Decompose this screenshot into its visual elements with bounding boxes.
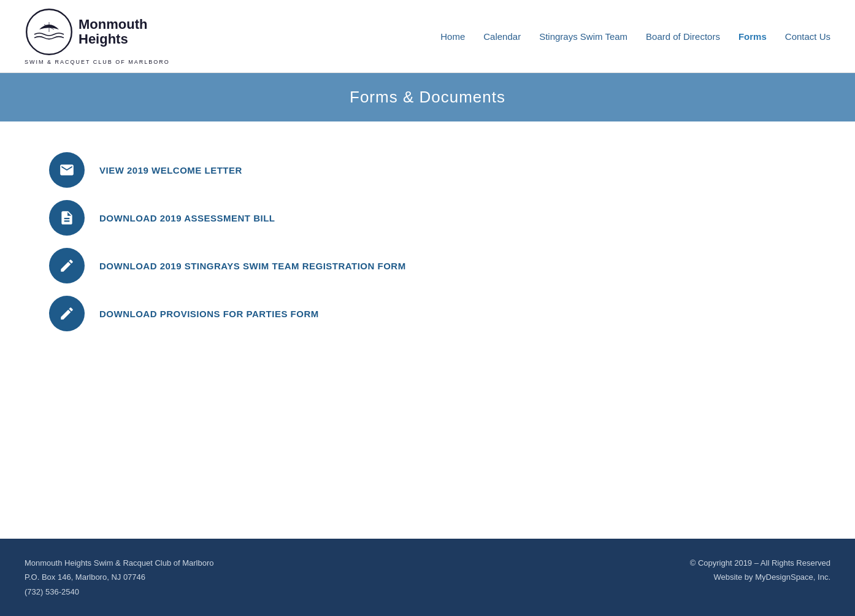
document-icon-circle [49, 200, 85, 236]
logo-club-name: MonmouthHeights [79, 17, 147, 47]
page-title: Forms & Documents [25, 88, 830, 107]
mail-icon-circle [49, 152, 85, 188]
nav-stingrays[interactable]: Stingrays Swim Team [539, 31, 627, 42]
main-content: VIEW 2019 WELCOME LETTER DOWNLOAD 2019 A… [0, 121, 855, 539]
nav-home[interactable]: Home [440, 31, 465, 42]
forms-list: VIEW 2019 WELCOME LETTER DOWNLOAD 2019 A… [49, 152, 806, 331]
logo-text: MonmouthHeights [79, 17, 147, 47]
footer-right: © Copyright 2019 – All Rights Reserved W… [690, 556, 830, 585]
logo-tagline: SWIM & RACQUET CLUB OF MARLBORO [25, 59, 170, 65]
footer-copyright: © Copyright 2019 – All Rights Reserved [690, 556, 830, 570]
parties-form-link[interactable]: DOWNLOAD PROVISIONS FOR PARTIES FORM [99, 309, 319, 319]
logo-area: MonmouthHeights SWIM & RACQUET CLUB OF M… [25, 7, 170, 65]
form-item-welcome: VIEW 2019 WELCOME LETTER [49, 152, 806, 188]
site-footer: Monmouth Heights Swim & Racquet Club of … [0, 539, 855, 616]
logo-image [25, 7, 74, 56]
pencil-icon-1 [59, 258, 75, 274]
nav-forms[interactable]: Forms [738, 31, 767, 42]
nav-contact[interactable]: Contact Us [785, 31, 830, 42]
welcome-letter-link[interactable]: VIEW 2019 WELCOME LETTER [99, 165, 242, 175]
footer-address: P.O. Box 146, Marlboro, NJ 07746 [25, 570, 214, 584]
form-item-parties: DOWNLOAD PROVISIONS FOR PARTIES FORM [49, 296, 806, 331]
mail-icon [59, 162, 75, 178]
footer-org-name: Monmouth Heights Swim & Racquet Club of … [25, 556, 214, 570]
main-nav: Home Calendar Stingrays Swim Team Board … [440, 31, 830, 42]
logo-graphic: MonmouthHeights [25, 7, 147, 56]
form-item-assessment: DOWNLOAD 2019 ASSESSMENT BILL [49, 200, 806, 236]
footer-left: Monmouth Heights Swim & Racquet Club of … [25, 556, 214, 599]
assessment-bill-link[interactable]: DOWNLOAD 2019 ASSESSMENT BILL [99, 213, 275, 223]
nav-calendar[interactable]: Calendar [483, 31, 521, 42]
swim-registration-link[interactable]: DOWNLOAD 2019 STINGRAYS SWIM TEAM REGIST… [99, 261, 406, 271]
form-item-swim-registration: DOWNLOAD 2019 STINGRAYS SWIM TEAM REGIST… [49, 248, 806, 283]
site-header: MonmouthHeights SWIM & RACQUET CLUB OF M… [0, 0, 855, 73]
footer-phone: (732) 536-2540 [25, 585, 214, 599]
document-icon [59, 210, 75, 226]
svg-point-0 [26, 9, 72, 55]
page-banner: Forms & Documents [0, 73, 855, 121]
pencil-icon-2 [59, 306, 75, 321]
pencil-icon-circle-2 [49, 296, 85, 331]
pencil-icon-circle-1 [49, 248, 85, 283]
footer-credit: Website by MyDesignSpace, Inc. [690, 570, 830, 584]
nav-board[interactable]: Board of Directors [646, 31, 720, 42]
